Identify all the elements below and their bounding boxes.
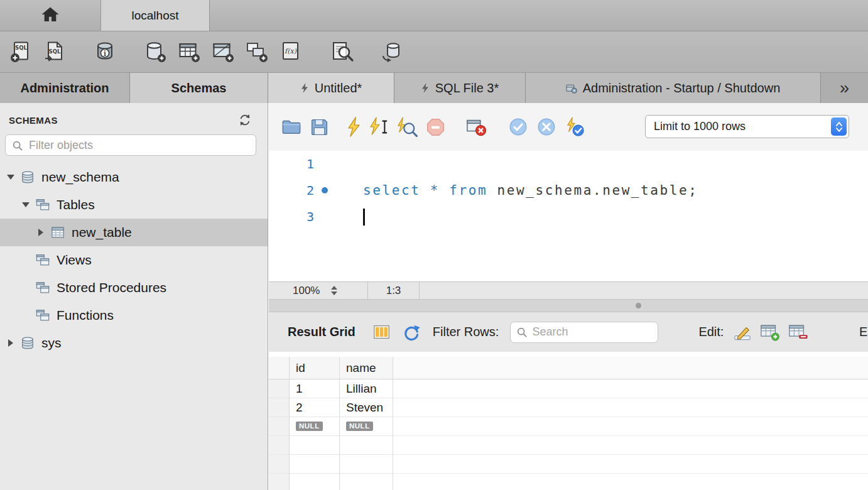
rollback-button[interactable] [536, 117, 556, 137]
row-gutter[interactable] [269, 379, 290, 398]
tree-item-Tables[interactable]: Tables [0, 191, 268, 219]
pane-splitter[interactable] [269, 300, 868, 312]
filter-objects-input[interactable] [5, 134, 256, 156]
empty-cell[interactable] [290, 436, 340, 455]
table-icon [50, 226, 67, 239]
main-toolbar: SQLSQLif(x) [0, 31, 868, 73]
edit-record-button[interactable] [734, 324, 751, 341]
expand-arrow-icon[interactable] [5, 339, 16, 347]
zoom-level: 100% [293, 285, 320, 297]
empty-cell[interactable] [340, 474, 393, 490]
create-function-button[interactable]: f(x) [276, 36, 305, 68]
execute-button[interactable] [347, 117, 361, 137]
open-script-button[interactable] [281, 117, 301, 137]
schemas-section-title: SCHEMAS [9, 115, 58, 126]
empty-cell[interactable] [340, 455, 393, 474]
home-tab[interactable] [0, 0, 100, 31]
export-label-truncated: E [859, 325, 868, 339]
tree-item-label: Views [57, 253, 92, 268]
row-gutter[interactable] [269, 398, 290, 417]
collapse-arrow-icon[interactable] [20, 202, 31, 207]
connection-tab[interactable]: localhost [100, 0, 210, 31]
svg-text:i: i [104, 49, 106, 57]
empty-cell[interactable] [290, 455, 340, 474]
reconnect-dbms-icon [381, 41, 404, 63]
code-text [335, 209, 365, 226]
filter-rows-label: Filter Rows: [433, 325, 499, 339]
empty-cell[interactable] [340, 436, 393, 455]
refresh-results-button[interactable] [403, 324, 420, 341]
search-icon [12, 140, 23, 151]
sql-script-icon [421, 82, 430, 94]
create-table-button[interactable] [175, 36, 203, 68]
toggle-columns-button[interactable] [373, 324, 390, 340]
editor-tab-3[interactable]: Administration - Startup / Shutdown [526, 73, 821, 103]
pencil-icon [734, 324, 751, 341]
sidebar-tab-administration[interactable]: Administration [0, 73, 130, 103]
filter-rows-input[interactable] [510, 322, 658, 343]
editor-tab-2[interactable]: SQL File 3* [394, 73, 526, 103]
row-gutter[interactable] [269, 474, 290, 490]
row-gutter[interactable] [269, 436, 290, 455]
grid-row: 2Steven [269, 398, 868, 417]
insert-row-button[interactable] [760, 323, 779, 341]
explain-button[interactable] [396, 117, 418, 137]
tree-item-Views[interactable]: Views [0, 246, 268, 274]
stop-button[interactable] [426, 117, 445, 137]
cell-id[interactable]: 2 [290, 398, 340, 417]
delete-row-icon [788, 323, 808, 341]
search-data-button[interactable] [328, 36, 357, 68]
sql-editor-pane: Limit to 1000 rows 12select * from new_s… [269, 103, 868, 490]
cell-name[interactable]: Steven [340, 398, 393, 417]
column-header-name[interactable]: name [340, 357, 393, 379]
cell-name[interactable]: Lillian [340, 379, 393, 398]
refresh-schemas-icon[interactable] [239, 114, 251, 126]
tree-item-new_table[interactable]: new_table [0, 219, 268, 246]
schema-inspector-button[interactable]: i [90, 36, 119, 68]
limit-rows-dropdown[interactable]: Limit to 1000 rows [645, 115, 849, 138]
tree-item-Stored Procedures[interactable]: Stored Procedures [0, 274, 268, 302]
expand-arrow-icon[interactable] [35, 229, 46, 236]
editor-tab-1[interactable]: Untitled* [268, 73, 394, 103]
sidebar-tab-schemas[interactable]: Schemas [130, 73, 268, 103]
column-header-id[interactable]: id [290, 357, 340, 379]
row-gutter[interactable] [269, 455, 290, 474]
filter-objects-wrap [0, 131, 268, 163]
code-line-2[interactable]: 2select * from new_schema.new_table; [269, 177, 868, 204]
cell-name[interactable]: NULL [340, 417, 393, 436]
tab-bar: Administration Schemas Untitled*SQL File… [0, 73, 868, 103]
stop-on-error-toggle[interactable] [465, 117, 487, 137]
new-sql-tab-button[interactable]: SQL [6, 36, 35, 68]
tab-overflow-button[interactable]: » [821, 73, 868, 103]
collapse-arrow-icon[interactable] [5, 175, 16, 180]
open-sql-script-button[interactable]: SQL [40, 36, 69, 68]
create-schema-button[interactable] [141, 36, 170, 68]
home-icon [41, 6, 60, 25]
row-gutter-header[interactable] [269, 357, 290, 379]
create-procedure-button[interactable] [242, 36, 271, 68]
save-script-button[interactable] [310, 117, 329, 137]
tree-item-Functions[interactable]: Functions [0, 302, 268, 329]
cell-id[interactable]: NULL [290, 417, 340, 436]
autocommit-toggle[interactable] [565, 117, 585, 137]
reconnect-dbms-button[interactable] [378, 36, 407, 68]
sidebar-tab-label: Schemas [171, 81, 227, 95]
row-gutter[interactable] [269, 417, 290, 436]
sql-code-editor[interactable]: 12select * from new_schema.new_table;3 [269, 151, 868, 281]
connection-tab-label: localhost [132, 9, 179, 23]
execute-current-button[interactable] [369, 117, 388, 137]
grid-row-filler [393, 417, 868, 436]
create-view-button[interactable] [209, 36, 237, 68]
commit-button[interactable] [508, 117, 528, 137]
delete-row-button[interactable] [788, 323, 808, 341]
zoom-cell: 100% [269, 282, 368, 299]
title-bar: localhost [0, 0, 868, 31]
empty-cell[interactable] [290, 474, 340, 490]
code-line-1[interactable]: 1 [269, 151, 868, 177]
result-grid-title: Result Grid [288, 325, 355, 339]
tree-item-sys[interactable]: sys [0, 329, 268, 357]
cell-id[interactable]: 1 [290, 379, 340, 398]
zoom-stepper[interactable] [331, 286, 337, 295]
code-line-3[interactable]: 3 [269, 204, 868, 230]
tree-item-new_schema[interactable]: new_schema [0, 163, 268, 191]
